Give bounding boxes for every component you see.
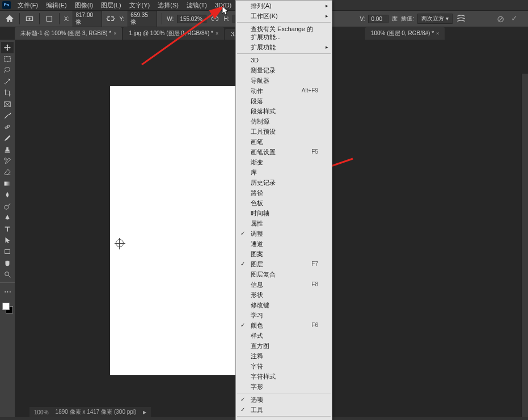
menu-info[interactable]: 信息F8 bbox=[236, 279, 332, 290]
lasso-tool[interactable] bbox=[1, 65, 14, 76]
menu-3d[interactable]: 3D(D) bbox=[211, 1, 235, 10]
close-icon[interactable]: × bbox=[113, 31, 116, 36]
heal-tool[interactable] bbox=[1, 121, 14, 133]
y-input[interactable]: 659.35 像 bbox=[128, 11, 157, 27]
check-icon: ✓ bbox=[240, 406, 245, 414]
menu-channels[interactable]: 通道 bbox=[236, 239, 332, 249]
menu-styles[interactable]: 样式 bbox=[236, 330, 332, 341]
transform-center-marker[interactable] bbox=[116, 239, 124, 247]
menu-patterns[interactable]: 图案 bbox=[236, 249, 332, 259]
gradient-tool[interactable] bbox=[1, 178, 14, 189]
menu-measurement[interactable]: 测量记录 bbox=[236, 65, 332, 75]
menu-edit[interactable]: 编辑(E) bbox=[42, 0, 71, 11]
menu-brush-settings[interactable]: 画笔设置F5 bbox=[236, 147, 332, 157]
menu-3d-panel[interactable]: 3D bbox=[236, 55, 332, 65]
menu-workspace[interactable]: 工作区(K) bbox=[236, 11, 332, 21]
menu-image[interactable]: 图像(I) bbox=[71, 0, 97, 11]
menu-timeline[interactable]: 时间轴 bbox=[236, 208, 332, 218]
menu-actions[interactable]: 动作Alt+F9 bbox=[236, 86, 332, 96]
zoom-level[interactable]: 100% bbox=[34, 409, 49, 415]
history-brush-tool[interactable] bbox=[1, 155, 14, 167]
menu-layer[interactable]: 图层(L) bbox=[97, 0, 125, 11]
panel-dock-strip[interactable] bbox=[521, 74, 528, 417]
blur-tool[interactable] bbox=[1, 189, 14, 201]
menu-swatches[interactable]: 色板 bbox=[236, 198, 332, 208]
tab-doc-4[interactable]: 100% (图层 0, RGB/8#) *× bbox=[365, 27, 445, 40]
wand-tool[interactable] bbox=[1, 76, 14, 87]
tab-doc-2[interactable]: 1.jpg @ 100% (图层 0, RGB/8#) *× bbox=[123, 27, 224, 40]
menu-clone-source[interactable]: 仿制源 bbox=[236, 116, 332, 126]
doc-dimensions[interactable]: 1890 像素 x 1417 像素 (300 ppi) bbox=[56, 408, 137, 416]
type-tool[interactable] bbox=[1, 223, 14, 235]
eyedropper-tool[interactable] bbox=[1, 110, 14, 121]
menu-tools[interactable]: ✓工具 bbox=[236, 405, 332, 415]
zoom-tool[interactable] bbox=[1, 269, 14, 280]
color-swatches[interactable] bbox=[1, 302, 14, 315]
menu-properties[interactable]: 属性 bbox=[236, 218, 332, 228]
frame-tool[interactable] bbox=[1, 99, 14, 110]
menu-gradients[interactable]: 渐变 bbox=[236, 157, 332, 167]
warp-icon[interactable] bbox=[456, 14, 466, 24]
w-input[interactable]: 155.02% bbox=[177, 15, 206, 23]
menu-histogram[interactable]: 直方图 bbox=[236, 341, 332, 351]
dodge-tool[interactable] bbox=[1, 201, 14, 212]
move-tool[interactable] bbox=[1, 42, 14, 53]
menu-select[interactable]: 选择(S) bbox=[154, 0, 183, 11]
menu-paths[interactable]: 路径 bbox=[236, 188, 332, 198]
foreground-swatch[interactable] bbox=[2, 303, 10, 310]
menu-exchange[interactable]: 查找有关 Exchange 的扩展功能... bbox=[236, 24, 332, 42]
marquee-tool[interactable] bbox=[1, 53, 14, 65]
status-chevron-icon[interactable]: ▶ bbox=[143, 410, 146, 415]
menu-extensions[interactable]: 扩展功能 bbox=[236, 42, 332, 52]
v-input[interactable]: 0.00 bbox=[368, 15, 388, 23]
menu-type[interactable]: 文字(Y) bbox=[125, 0, 154, 11]
cancel-transform-icon[interactable]: ⊘ bbox=[497, 14, 504, 24]
menu-separator bbox=[237, 416, 331, 417]
crop-tool[interactable] bbox=[1, 87, 14, 99]
menu-layers[interactable]: ✓图层F7 bbox=[236, 259, 332, 269]
tab-doc-1[interactable]: 未标题-1 @ 100% (图层 3, RGB/8) *× bbox=[15, 27, 122, 40]
link-wh-icon[interactable] bbox=[210, 14, 220, 24]
interp-dropdown[interactable]: 两次立方 ▾ bbox=[417, 14, 453, 24]
menu-filter[interactable]: 滤镜(T) bbox=[183, 0, 211, 11]
svg-point-4 bbox=[9, 79, 10, 80]
menu-color[interactable]: ✓颜色F6 bbox=[236, 320, 332, 330]
menu-modifier-keys[interactable]: 修改键 bbox=[236, 300, 332, 310]
x-input[interactable]: 817.00 像 bbox=[73, 11, 102, 27]
transform-ref-icon[interactable] bbox=[24, 14, 35, 24]
menu-adjustments[interactable]: ✓调整 bbox=[236, 228, 332, 239]
eraser-tool[interactable] bbox=[1, 167, 14, 178]
menu-navigator[interactable]: 导航器 bbox=[236, 75, 332, 86]
menu-layer-comps[interactable]: 图层复合 bbox=[236, 269, 332, 279]
stamp-tool[interactable] bbox=[1, 144, 14, 155]
commit-transform-icon[interactable]: ✓ bbox=[511, 14, 518, 24]
hand-tool[interactable] bbox=[1, 257, 14, 269]
menu-file[interactable]: 文件(F) bbox=[14, 0, 42, 11]
menu-tool-presets[interactable]: 工具预设 bbox=[236, 126, 332, 137]
close-icon[interactable]: × bbox=[216, 31, 218, 36]
edit-toolbar-icon[interactable]: ⋯ bbox=[1, 286, 14, 297]
close-icon[interactable]: × bbox=[436, 31, 439, 36]
home-icon[interactable] bbox=[5, 14, 15, 24]
shape-tool[interactable] bbox=[1, 246, 14, 257]
menu-brushes[interactable]: 画笔 bbox=[236, 137, 332, 147]
menu-learn[interactable]: 学习 bbox=[236, 310, 332, 320]
menu-character-styles[interactable]: 字符样式 bbox=[236, 371, 332, 381]
menu-libraries[interactable]: 库 bbox=[236, 167, 332, 177]
link-xy-icon[interactable] bbox=[105, 14, 116, 24]
menu-options[interactable]: ✓选项 bbox=[236, 394, 332, 405]
menu-arrange[interactable]: 排列(A) bbox=[236, 1, 332, 11]
interp-label: 插值: bbox=[401, 15, 414, 23]
ref-point-icon[interactable] bbox=[44, 14, 54, 24]
path-select-tool[interactable] bbox=[1, 235, 14, 246]
menu-history[interactable]: 历史记录 bbox=[236, 177, 332, 188]
menu-paragraph[interactable]: 段落 bbox=[236, 96, 332, 106]
pen-tool[interactable] bbox=[1, 212, 14, 223]
brush-tool[interactable] bbox=[1, 133, 14, 144]
menu-shapes[interactable]: 形状 bbox=[236, 290, 332, 300]
menu-character[interactable]: 字符 bbox=[236, 361, 332, 371]
menu-notes[interactable]: 注释 bbox=[236, 351, 332, 361]
menu-glyphs[interactable]: 字形 bbox=[236, 381, 332, 392]
menu-paragraph-styles[interactable]: 段落样式 bbox=[236, 106, 332, 116]
menu-window-1[interactable]: 1 未标题-1 bbox=[236, 418, 332, 420]
